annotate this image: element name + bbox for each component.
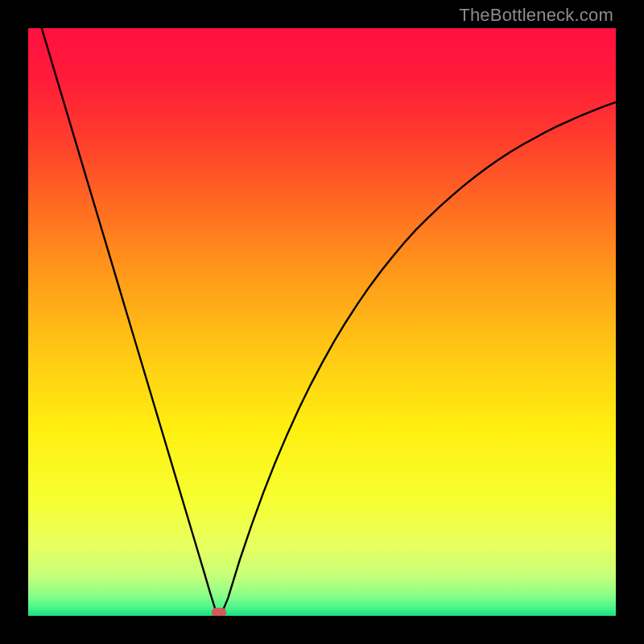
chart-frame: TheBottleneck.com: [0, 0, 644, 644]
bottleneck-curve: [28, 28, 616, 613]
watermark-text: TheBottleneck.com: [459, 5, 613, 26]
curve-svg: [28, 28, 616, 616]
plot-area: [28, 28, 616, 616]
valley-marker: [212, 608, 226, 616]
